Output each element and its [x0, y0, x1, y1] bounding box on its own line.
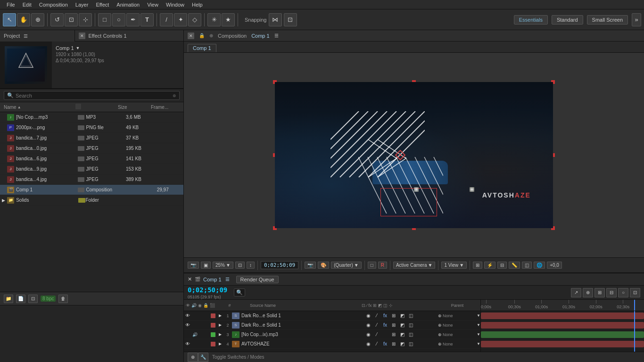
tl-search[interactable]: 🔍 [234, 288, 245, 296]
layer-row[interactable]: 👁 ▶ 2 S Dark Ro...e Solid 1 ◉ ∕ fx ⊞ ◩ ◫… [184, 321, 480, 330]
tool-eraser[interactable]: ◇ [188, 13, 201, 26]
menu-layer[interactable]: Layer [72, 0, 92, 9]
lch-video-icon[interactable]: 👁 [186, 303, 190, 308]
project-menu-icon[interactable]: ☰ [24, 33, 28, 39]
tool-camera[interactable]: ⊡ [65, 13, 78, 26]
viewer-quality-select[interactable]: (Quarter) ▼ [331, 262, 361, 269]
menu-animation[interactable]: Animation [113, 0, 143, 9]
lr-sw-motion-0[interactable]: ∕ [373, 312, 380, 320]
tl-tool-6[interactable]: ⊡ [630, 288, 640, 297]
tool-pen[interactable]: ✒ [126, 13, 140, 26]
viewer-toggle-alpha[interactable]: □ [368, 262, 376, 269]
tool-clone[interactable]: ✦ [174, 13, 187, 26]
lr-sw-fx-3[interactable]: fx [381, 340, 389, 348]
lr-expand-0[interactable]: ▶ [217, 313, 223, 318]
snap-btn-1[interactable]: ⋈ [269, 13, 282, 26]
workspace-small-screen[interactable]: Small Screen [587, 15, 628, 25]
lr-sw-3d-3[interactable]: ⊞ [390, 340, 397, 348]
comp-tab-main[interactable]: Comp 1 [188, 44, 216, 52]
lr-sw-solo-3[interactable]: ◉ [364, 340, 372, 348]
viewer-render-btn[interactable]: ⊞ [473, 262, 482, 269]
file-row[interactable]: ▶ 🎬 Comp 1 Composition 29,97 [0, 185, 183, 195]
tool-paint[interactable]: / [160, 13, 173, 26]
lr-sw-blend-0[interactable]: ◩ [398, 312, 406, 320]
viewer-grid-btn[interactable]: ⊟ [497, 262, 507, 269]
project-new-folder[interactable]: 📁 [4, 295, 13, 303]
search-wrap[interactable]: 🔍 ⊕ [4, 91, 180, 100]
lr-sw-motion-2[interactable]: ∕ [373, 331, 380, 338]
menu-help[interactable]: Help [188, 0, 206, 9]
tool-puppet[interactable]: ✳ [207, 13, 221, 26]
lr-sw-3d-1[interactable]: ⊞ [390, 321, 397, 329]
file-row[interactable]: ▶ P 2000px-...png PNG file 49 KB [0, 123, 183, 133]
project-new-comp[interactable]: 📄 [16, 295, 25, 303]
layer-row[interactable]: 👁 ▶ 1 S Dark Ro...e Solid 1 ◉ ∕ fx ⊞ ◩ ◫… [184, 311, 480, 321]
viewer-camera-select[interactable]: Active Camera ▼ [393, 262, 435, 269]
col-header-size[interactable]: Size [118, 105, 151, 110]
tool-hand[interactable]: ✋ [17, 13, 30, 26]
project-search-replace[interactable]: ⊡ [28, 295, 38, 303]
lr-sw-motion-1[interactable]: ∕ [373, 321, 380, 329]
viewer-guides[interactable]: ◫ [522, 262, 532, 269]
lr-vis-0[interactable]: 👁 [184, 313, 191, 318]
lr-sw-preserve-0[interactable]: ◫ [407, 312, 414, 320]
lr-vis-1[interactable]: 👁 [184, 322, 191, 328]
file-row[interactable]: ▶ J bandica...4.jpg JPEG 389 KB [0, 174, 183, 185]
viewer-camera-icon[interactable]: 📷 [305, 262, 316, 269]
lr-sw-3d-2[interactable]: ⊞ [390, 331, 397, 338]
lch-audio-icon[interactable]: 🔊 [191, 303, 197, 308]
lr-sw-solo-1[interactable]: ◉ [364, 321, 372, 329]
search-extra[interactable]: ⊕ [173, 93, 176, 98]
tl-tool-2[interactable]: ⊕ [583, 288, 593, 297]
viewer-preview-mode[interactable]: ▣ [201, 262, 211, 269]
viewer-globe[interactable]: 🌐 [534, 262, 545, 269]
search-input[interactable] [16, 93, 171, 99]
project-panel-header[interactable]: Project ☰ [0, 30, 75, 41]
file-row[interactable]: ▶ J bandica...6.jpg JPEG 141 KB [0, 154, 183, 164]
tool-star[interactable]: ★ [222, 13, 235, 26]
folder-expand[interactable]: ▶ [0, 198, 7, 203]
menu-window[interactable]: Window [162, 0, 188, 9]
menu-effect[interactable]: Effect [92, 0, 113, 9]
timeline-menu[interactable]: ☰ [225, 277, 230, 282]
lr-sw-fx-0[interactable]: fx [381, 312, 389, 320]
viewer-rulers[interactable]: 📏 [509, 262, 520, 269]
tl-tool-5[interactable]: ○ [618, 288, 628, 297]
file-row[interactable]: ▶ ♪ [No Cop....mp3 MP3 3,6 MB [0, 112, 183, 123]
tool-text[interactable]: T [140, 13, 154, 26]
comp-dropdown-arrow[interactable]: ▼ [76, 46, 80, 50]
file-row[interactable]: ▶ 📁 Solids Folder [0, 195, 183, 206]
tl-timecode[interactable]: 0;02;50;09 [188, 286, 227, 294]
tool-mask-ellipse[interactable]: ○ [112, 13, 125, 26]
tl-tool-1[interactable]: ↗ [571, 288, 581, 297]
viewer-toggle[interactable]: ↕ [247, 262, 255, 269]
tool-rotate[interactable]: ↺ [50, 13, 64, 26]
tool-zoom[interactable]: ⊕ [31, 13, 44, 26]
tool-selection[interactable]: ↖ [3, 13, 16, 26]
layer-row[interactable]: 🔊 ▶ 3 ♪ [No Cop...ix).mp3 ◉ ∕ ⊞ ◩ ◫ ⊕ No… [184, 330, 480, 339]
bpc-badge[interactable]: 8 bpc [41, 296, 56, 302]
lr-sw-solo-0[interactable]: ◉ [364, 312, 372, 320]
file-row[interactable]: ▶ J bandica...0.jpg JPEG 195 KB [0, 143, 183, 154]
lr-sw-motion-3[interactable]: ∕ [373, 340, 380, 348]
lr-sw-3d-0[interactable]: ⊞ [390, 312, 397, 320]
file-row[interactable]: ▶ J bandica...7.jpg JPEG 37 KB [0, 133, 183, 143]
render-queue-btn[interactable]: Render Queue [236, 276, 279, 283]
lr-sw-solo-2[interactable]: ◉ [364, 331, 372, 338]
viewer-color-btn[interactable]: 🎨 [318, 262, 329, 269]
file-row[interactable]: ▶ J bandica...9.jpg JPEG 153 KB [0, 164, 183, 174]
menu-view[interactable]: View [143, 0, 162, 9]
menu-edit[interactable]: Edit [19, 0, 35, 9]
comp-header-menu[interactable]: ☰ [274, 33, 279, 38]
lr-vis-3[interactable]: 👁 [184, 341, 191, 346]
col-header-frame[interactable]: Frame... [151, 105, 179, 110]
lr-sw-preserve-1[interactable]: ◫ [407, 321, 414, 329]
lr-audio-2[interactable]: 🔊 [191, 332, 198, 337]
lr-sw-fx-1[interactable]: fx [381, 321, 389, 329]
viewer-exposure[interactable]: +0,0 [547, 262, 562, 269]
comp-close-btn[interactable]: ✕ [188, 33, 194, 39]
timeline-close[interactable]: ✕ [188, 276, 192, 282]
viewer-timecode[interactable]: 0;02;50;09 [261, 261, 298, 269]
workspace-standard[interactable]: Standard [552, 15, 583, 25]
lch-lock-icon[interactable]: 🔒 [203, 303, 208, 308]
